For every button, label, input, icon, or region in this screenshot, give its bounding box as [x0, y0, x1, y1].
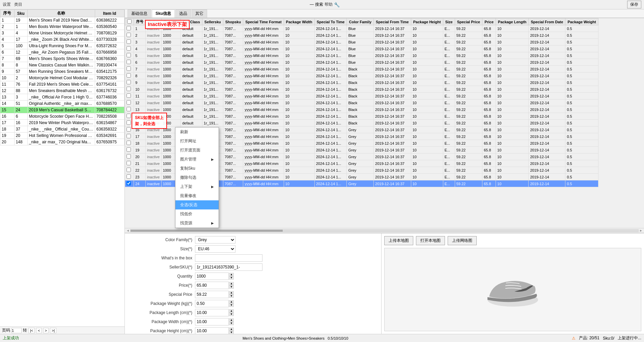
sku-table-row[interactable]: 12 inactive 1000 default 1r_191... 7087.… — [125, 99, 598, 106]
sku-table-row[interactable]: 10 inactive 1000 default 1r_191... 7087.… — [125, 86, 598, 93]
whats-in-box-input[interactable] — [195, 254, 262, 262]
row-checkbox[interactable] — [127, 141, 131, 145]
row-checkbox[interactable] — [127, 120, 131, 125]
row-checkbox[interactable] — [127, 168, 131, 172]
ctx-open-url[interactable]: 打开网址 — [175, 137, 219, 146]
row-checkbox[interactable] — [127, 100, 131, 105]
sku-table-row[interactable]: 1 inactive 1000 default 1r_191... 7087..… — [125, 25, 598, 32]
nav-first[interactable]: |< — [28, 328, 35, 333]
color-family-select[interactable]: Grey Blue Black — [195, 236, 235, 244]
cell-checkbox[interactable] — [125, 79, 134, 86]
save-button[interactable]: 保存 — [627, 1, 641, 8]
ctx-shelf[interactable]: 上下架▶ — [175, 182, 219, 191]
cell-checkbox[interactable] — [125, 140, 134, 147]
pkg-weight-up[interactable]: ▲ — [229, 300, 234, 304]
row-checkbox[interactable] — [127, 127, 131, 132]
seller-sku-input[interactable] — [195, 263, 262, 271]
sku-table-row[interactable]: 3 inactive 1000 default 1r_191... 7087..… — [125, 39, 598, 46]
sku-scrollbar[interactable]: ◄ ► — [125, 228, 644, 233]
left-table-row[interactable]: 13 3 _nike_ Official Air Force 1 High '0… — [0, 94, 124, 101]
cell-checkbox[interactable] — [125, 39, 134, 46]
ctx-find-source[interactable]: 找货源▶ — [175, 219, 219, 228]
row-checkbox[interactable] — [127, 66, 131, 71]
left-table-row[interactable]: 5 100 Ultra-Light Running Shoes For Men … — [0, 43, 124, 49]
tab-sku-info[interactable]: Sku信息 — [152, 9, 175, 18]
left-table-row[interactable]: 7 69 Men's Shoes Sports Shoes Winter War… — [0, 56, 124, 62]
cell-checkbox[interactable] — [125, 59, 134, 66]
left-table-row[interactable]: 2 1 Men Boots Winter Waterproof Men Shoe… — [0, 24, 124, 30]
cell-checkbox[interactable] — [125, 66, 134, 73]
left-table-row[interactable]: 18 37 _nike_ _nike_ Official _nike_ Cour… — [0, 126, 124, 133]
ctx-open-page[interactable]: 打开渡页面 — [175, 146, 219, 155]
page-input[interactable] — [11, 328, 22, 333]
left-table-row[interactable]: 19 20 Hot Selling Women Professional Dan… — [0, 133, 124, 139]
pkg-width-down[interactable]: ▼ — [229, 322, 234, 325]
pkg-weight-down[interactable]: ▼ — [229, 304, 234, 307]
cell-checkbox[interactable] — [125, 153, 134, 160]
left-table-row[interactable]: 11 76 Fall 2019 Men's Shoes Web Celebrit… — [0, 81, 124, 88]
sku-table-row[interactable]: 11 inactive 1000 default 1r_191... 7087.… — [125, 93, 598, 99]
left-table-row[interactable]: 12 88 Men Sneakers Breathable Mesh Outdo… — [0, 88, 124, 94]
row-checkbox[interactable] — [127, 33, 131, 37]
pkg-height-input[interactable] — [195, 327, 229, 334]
price-down[interactable]: ▼ — [229, 285, 234, 289]
tab-basic-info[interactable]: 基础信息 — [128, 9, 151, 18]
upload-local-image-btn[interactable]: 上传本地图 — [384, 236, 413, 245]
cell-checkbox[interactable] — [125, 52, 134, 59]
cell-checkbox[interactable] — [125, 126, 134, 133]
row-checkbox[interactable] — [127, 73, 131, 78]
sku-table-row[interactable]: 2 inactive 1000 default 1r_191... 7087..… — [125, 32, 598, 39]
pkg-length-up[interactable]: ▲ — [229, 309, 234, 313]
quantity-up[interactable]: ▲ — [229, 273, 234, 276]
cell-checkbox[interactable] — [125, 46, 134, 52]
left-table-row[interactable]: 14 51 Original Authentic _nike_ air max_… — [0, 101, 124, 107]
left-table-row[interactable]: 1 19 Men's Shoes Fall 2019 New Daddy Sho… — [0, 17, 124, 24]
cell-checkbox[interactable] — [125, 93, 134, 99]
size-select[interactable]: EU:46 EU:40 EU:41 — [195, 245, 235, 253]
cell-checkbox[interactable] — [125, 99, 134, 106]
quantity-down[interactable]: ▼ — [229, 276, 234, 280]
sku-table-row[interactable]: 7 inactive 1000 default 1r_191... 7087..… — [125, 66, 598, 73]
row-checkbox[interactable] — [127, 26, 131, 30]
ctx-refresh[interactable]: 刷新 — [175, 127, 219, 137]
pkg-height-down[interactable]: ▼ — [229, 331, 234, 334]
nav-prev[interactable]: < — [36, 328, 41, 333]
cell-checkbox[interactable] — [125, 86, 134, 93]
special-price-up[interactable]: ▲ — [229, 291, 234, 294]
price-input[interactable] — [195, 282, 229, 289]
tab-selection[interactable]: 选品 — [175, 9, 191, 18]
sku-table-row[interactable]: 8 inactive 1000 default 1r_191... 7087..… — [125, 73, 598, 79]
pkg-weight-input[interactable] — [195, 300, 229, 307]
left-table-row[interactable]: 6 12 _nike_ Air Zoom Pegasus 35 Fall Run… — [0, 49, 124, 56]
nav-next[interactable]: > — [43, 328, 49, 333]
ctx-batch-modify[interactable]: 批量修改 — [175, 191, 219, 200]
row-checkbox[interactable] — [127, 154, 131, 159]
row-checkbox[interactable] — [127, 60, 131, 64]
toolbar-help[interactable]: 帮助 — [325, 2, 333, 7]
toolbar-settings[interactable]: 设置 — [3, 2, 11, 7]
row-checkbox[interactable] — [127, 53, 131, 57]
row-checkbox[interactable] — [127, 107, 131, 111]
cell-checkbox[interactable] — [125, 147, 134, 153]
row-checkbox[interactable] — [127, 147, 131, 152]
cell-checkbox[interactable] — [125, 32, 134, 39]
pkg-width-input[interactable] — [195, 318, 229, 325]
left-table-row[interactable]: 9 57 Men Running Shoes Sneakers Men Spor… — [0, 68, 124, 75]
cell-checkbox[interactable] — [125, 106, 134, 113]
cell-checkbox[interactable] — [125, 174, 134, 180]
sku-table-row[interactable]: 4 inactive 1000 default 1r_191... 7087..… — [125, 46, 598, 52]
cell-checkbox[interactable] — [125, 180, 134, 187]
ctx-select-all[interactable]: 全选/反选 — [175, 200, 219, 209]
row-checkbox[interactable] — [127, 39, 131, 44]
left-table-row[interactable]: 17 16 2019 New Winter Plush Waterproof S… — [0, 120, 124, 126]
ctx-cancel-select[interactable]: 撤除勾选 — [175, 173, 219, 182]
open-local-image-btn[interactable]: 打开本地图 — [416, 236, 445, 245]
cell-checkbox[interactable] — [125, 160, 134, 167]
price-up[interactable]: ▲ — [229, 282, 234, 285]
quantity-input[interactable] — [195, 273, 229, 280]
cell-checkbox[interactable] — [125, 113, 134, 120]
row-checkbox[interactable] — [127, 80, 131, 84]
ctx-image-manage[interactable]: 图片管理▶ — [175, 155, 219, 164]
cell-checkbox[interactable] — [125, 133, 134, 140]
row-checkbox[interactable] — [127, 46, 131, 51]
